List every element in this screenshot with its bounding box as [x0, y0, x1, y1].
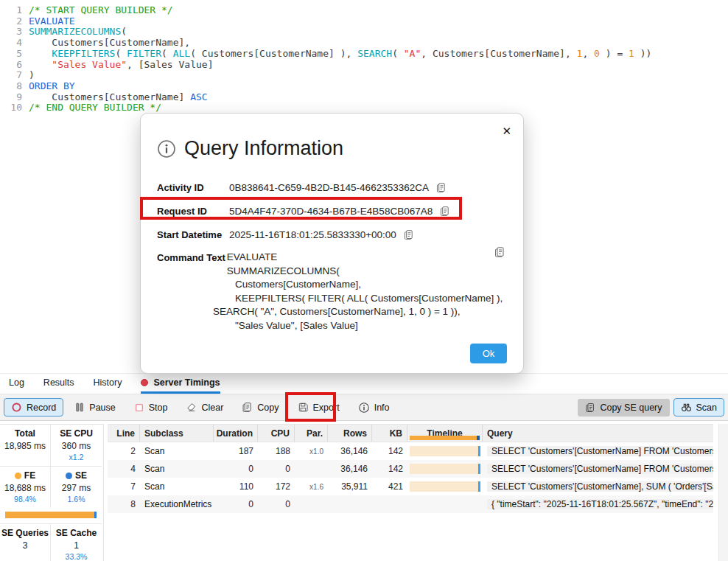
- cell-duration: 0: [214, 464, 258, 474]
- col-header-subclass[interactable]: Subclass: [140, 425, 214, 442]
- export-button[interactable]: Export: [290, 398, 347, 417]
- info-icon: [157, 139, 176, 158]
- button-label: Record: [27, 403, 56, 413]
- stop-icon: [134, 403, 144, 413]
- cell-line: 4: [108, 464, 140, 474]
- table-row[interactable]: 8 ExecutionMetrics 0 0 { "timeStart": "2…: [108, 495, 713, 513]
- cell-kb: 421: [372, 481, 407, 492]
- cell-timeline: [407, 464, 483, 474]
- copy-se-query-button[interactable]: Copy SE query: [578, 399, 669, 417]
- table-row[interactable]: 7 Scan 110 172 x1.6 35,911 421 SELECT 'C…: [108, 478, 713, 495]
- code-line: 10/* END QUERY BUILDER */: [0, 102, 728, 114]
- scan-button[interactable]: Scan: [673, 398, 725, 417]
- table-row[interactable]: 4 Scan 0 0 36,146 142 SELECT 'Customers'…: [108, 460, 713, 478]
- tab-server-timings[interactable]: Server Timings: [141, 374, 220, 394]
- server-timings-toolbar: Record Pause Stop Clear Copy Export Info: [0, 394, 728, 421]
- tab-history[interactable]: History: [94, 374, 122, 394]
- code-line: 1/* START QUERY BUILDER */: [0, 5, 728, 16]
- fe-dot-icon: [15, 473, 21, 479]
- cell-parallelism: x1.0: [295, 447, 328, 456]
- cell-kb: 142: [372, 446, 407, 456]
- metric-label: SE: [75, 470, 87, 481]
- pause-button[interactable]: Pause: [67, 398, 122, 417]
- line-number: 3: [0, 27, 29, 38]
- metric-value: 360 ms: [52, 441, 101, 451]
- copy-icon[interactable]: [435, 182, 447, 193]
- table-body: 2 Scan 187 188 x1.0 36,146 142 SELECT 'C…: [108, 442, 713, 513]
- cell-query: SELECT 'Customers'[CustomerName] FROM 'C…: [483, 464, 713, 474]
- metric-se: SE 297 ms 1.6%: [51, 467, 102, 508]
- copy-icon[interactable]: [494, 246, 505, 258]
- timings-summary-panel: Total 18,985 ms SE CPU 360 ms x1.2 FE 18…: [0, 424, 104, 561]
- col-header-line[interactable]: Line: [108, 425, 140, 442]
- line-text: Customers[CustomerName] ASC: [29, 92, 208, 103]
- clear-button[interactable]: Clear: [178, 398, 231, 417]
- col-header-query[interactable]: Query: [483, 425, 713, 442]
- tab-log[interactable]: Log: [9, 374, 24, 394]
- copy-icon[interactable]: [439, 206, 450, 217]
- code-line: 5 KEEPFILTERS( FILTER( ALL( Customers[Cu…: [0, 49, 728, 60]
- server-timings-table: Line Subclass Duration CPU Par. Rows KB …: [108, 424, 713, 561]
- cell-duration: 187: [214, 446, 258, 456]
- record-button[interactable]: Record: [4, 398, 63, 417]
- col-header-rows[interactable]: Rows: [328, 425, 372, 442]
- code-line: 7): [0, 70, 728, 81]
- code-line: 3SUMMARIZECOLUMNS(: [0, 27, 728, 38]
- code-line: 2EVALUATE: [0, 16, 728, 27]
- field-request-id: Request ID 5D4A4F47-370D-4634-B67B-E4B58…: [157, 199, 508, 223]
- se-dot-icon: [66, 473, 72, 479]
- cell-parallelism: x1.6: [295, 483, 328, 491]
- code-line: 9 Customers[CustomerName] ASC: [0, 92, 728, 103]
- line-text: ): [29, 70, 35, 81]
- copy-icon[interactable]: [403, 229, 414, 240]
- col-header-kb[interactable]: KB: [372, 425, 407, 442]
- line-text: EVALUATE: [29, 16, 75, 27]
- col-header-par[interactable]: Par.: [295, 425, 328, 442]
- line-number: 6: [0, 60, 29, 71]
- metric-se-cpu: SE CPU 360 ms x1.2: [51, 425, 102, 467]
- tab-results[interactable]: Results: [43, 374, 74, 394]
- field-value: 0B838641-C659-4B2D-B145-4662353362CA: [229, 182, 429, 193]
- cell-subclass: ExecutionMetrics: [140, 499, 214, 509]
- timeline-bar: [410, 464, 480, 474]
- close-icon[interactable]: ✕: [502, 125, 511, 136]
- line-number: 10: [0, 102, 29, 114]
- vertical-scrollbar[interactable]: [718, 424, 728, 561]
- info-button[interactable]: Info: [351, 398, 397, 417]
- col-header-timeline[interactable]: Timeline: [407, 425, 483, 442]
- dialog-title: Query Information: [184, 137, 343, 160]
- col-header-cpu[interactable]: CPU: [258, 425, 295, 442]
- button-label: Export: [313, 403, 340, 413]
- col-header-duration[interactable]: Duration: [214, 425, 258, 442]
- metric-label: SE Queries: [1, 528, 49, 538]
- eraser-icon: [186, 402, 197, 413]
- cell-query: SELECT 'Customers'[CustomerName], SUM ( …: [483, 481, 713, 492]
- cell-cpu: 0: [258, 499, 295, 509]
- record-icon: [11, 402, 22, 413]
- cell-line: 7: [108, 481, 140, 492]
- line-number: 1: [0, 5, 29, 16]
- code-line: 8ORDER BY: [0, 81, 728, 92]
- metric-fe: FE 18,688 ms 98.4%: [0, 467, 51, 508]
- metric-pct: 1.6%: [52, 495, 101, 503]
- table-row[interactable]: 2 Scan 187 188 x1.0 36,146 142 SELECT 'C…: [108, 442, 713, 460]
- stop-button[interactable]: Stop: [127, 399, 175, 417]
- ok-button[interactable]: Ok: [470, 344, 507, 363]
- cell-kb: 142: [372, 464, 407, 474]
- timeline-bar: [410, 446, 480, 456]
- field-value: 5D4A4F47-370D-4634-B67B-E4B58CB067A8: [229, 206, 433, 217]
- binoculars-icon: [681, 402, 692, 413]
- timeline-se-tick: [478, 446, 480, 456]
- line-number: 5: [0, 49, 29, 60]
- cell-timeline: [407, 481, 483, 492]
- metric-se-cache: SE Cache 1 33.3%: [51, 524, 102, 561]
- timeline-bar: [410, 481, 480, 492]
- tab-label: Server Timings: [153, 377, 220, 388]
- recording-dot-icon: [141, 379, 148, 386]
- query-text: SELECT 'Customers'[CustomerName], SUM ( …: [487, 481, 713, 492]
- copy-icon: [242, 402, 253, 413]
- copy-button[interactable]: Copy: [234, 398, 286, 417]
- metric-value: 18,688 ms: [1, 483, 49, 493]
- metric-label: SE CPU: [52, 428, 101, 439]
- cell-line: 2: [108, 446, 140, 456]
